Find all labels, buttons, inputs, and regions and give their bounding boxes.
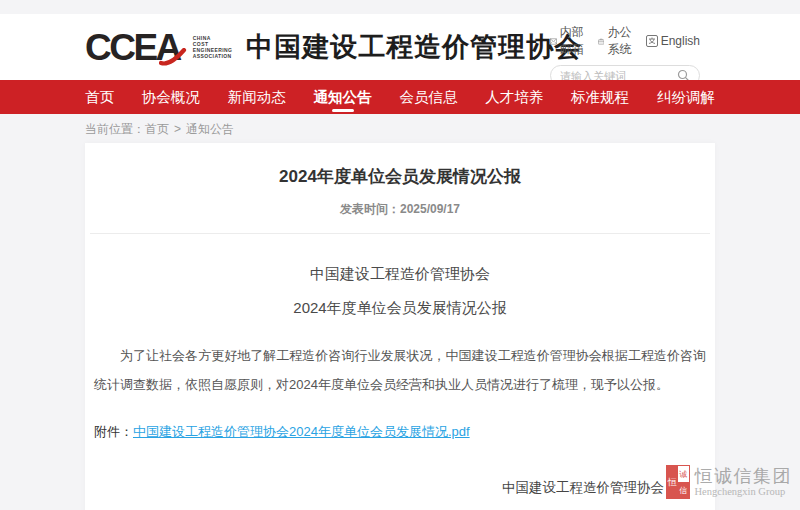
- nav-item-notices[interactable]: 通知公告: [314, 80, 372, 114]
- breadcrumb-home-link[interactable]: 首页: [145, 122, 169, 136]
- office-system-link[interactable]: 办公系统: [598, 24, 633, 58]
- watermark-name-en: Hengchengxin Group: [695, 486, 793, 498]
- logo-subtext: CHINA COST ENGINEERING ASSOCIATION: [193, 35, 232, 59]
- briefcase-icon: [598, 36, 604, 47]
- attachment-row: 附件：中国建设工程造价管理协会2024年度单位会员发展情况.pdf: [94, 423, 706, 441]
- translate-icon: [646, 35, 658, 47]
- site-header: CCEA CHINA COST ENGINEERING ASSOCIATION …: [0, 14, 800, 80]
- internal-mail-link[interactable]: 内部邮箱: [550, 24, 585, 58]
- article-body: 中国建设工程造价管理协会 2024年度单位会员发展情况公报 为了让社会各方更好地…: [85, 265, 715, 510]
- seal-right-bottom-char: 信: [678, 482, 689, 498]
- nav-item-news[interactable]: 新闻动态: [228, 80, 286, 114]
- hengchengxin-watermark: 恒 诚 信 恒诚信集团 Hengchengxin Group: [666, 465, 793, 499]
- signature-block: 中国建设工程造价管理协会 2025年9月17日: [94, 479, 706, 510]
- main-nav: 首页 协会概况 新闻动态 通知公告 会员信息 人才培养 标准规程 纠纷调解: [0, 80, 800, 114]
- breadcrumb-current[interactable]: 通知公告: [186, 122, 234, 136]
- header-quick-links: 内部邮箱 办公系统 English: [550, 24, 700, 58]
- publish-time: 发表时间：2025/09/17: [85, 201, 715, 218]
- ccea-wordmark: CCEA: [85, 29, 186, 66]
- breadcrumb: 当前位置：首页>通知公告: [85, 121, 234, 138]
- nav-item-standards[interactable]: 标准规程: [571, 80, 629, 114]
- breadcrumb-prefix: 当前位置：: [85, 122, 145, 136]
- nav-item-about[interactable]: 协会概况: [142, 80, 200, 114]
- article-card: 2024年度单位会员发展情况公报 发表时间：2025/09/17 中国建设工程造…: [85, 143, 715, 510]
- quick-link-label: English: [661, 34, 700, 48]
- attachment-label: 附件：: [94, 424, 133, 439]
- english-link[interactable]: English: [646, 34, 700, 48]
- watermark-name: 恒诚信集团: [695, 467, 793, 486]
- title-divider: [90, 233, 710, 234]
- quick-link-label: 办公系统: [607, 24, 632, 58]
- hengchengxin-seal-icon: 恒 诚 信: [666, 465, 690, 499]
- nav-item-home[interactable]: 首页: [85, 80, 114, 114]
- logo-swoosh-icon: [159, 48, 187, 67]
- nav-item-members[interactable]: 会员信息: [399, 80, 457, 114]
- quick-link-label: 内部邮箱: [560, 24, 585, 58]
- body-subtitle-line: 2024年度单位会员发展情况公报: [94, 299, 706, 318]
- body-paragraph: 为了让社会各方更好地了解工程造价咨询行业发展状况，中国建设工程造价管理协会根据工…: [94, 341, 706, 399]
- publish-time-value: 2025/09/17: [400, 202, 460, 216]
- seal-left-char: 恒: [667, 466, 678, 498]
- mail-icon: [550, 36, 557, 47]
- site-logo[interactable]: CCEA CHINA COST ENGINEERING ASSOCIATION …: [85, 14, 582, 80]
- publish-time-label: 发表时间：: [340, 202, 400, 216]
- breadcrumb-separator: >: [174, 122, 181, 136]
- article-title: 2024年度单位会员发展情况公报: [85, 143, 715, 188]
- signature-org: 中国建设工程造价管理协会: [502, 479, 664, 497]
- attachment-pdf-link[interactable]: 中国建设工程造价管理协会2024年度单位会员发展情况.pdf: [133, 424, 470, 439]
- org-name-title: 中国建设工程造价管理协会: [246, 29, 582, 65]
- seal-right-top-char: 诚: [678, 466, 689, 482]
- nav-item-training[interactable]: 人才培养: [485, 80, 543, 114]
- body-org-line: 中国建设工程造价管理协会: [94, 265, 706, 284]
- nav-item-disputes[interactable]: 纠纷调解: [657, 80, 715, 114]
